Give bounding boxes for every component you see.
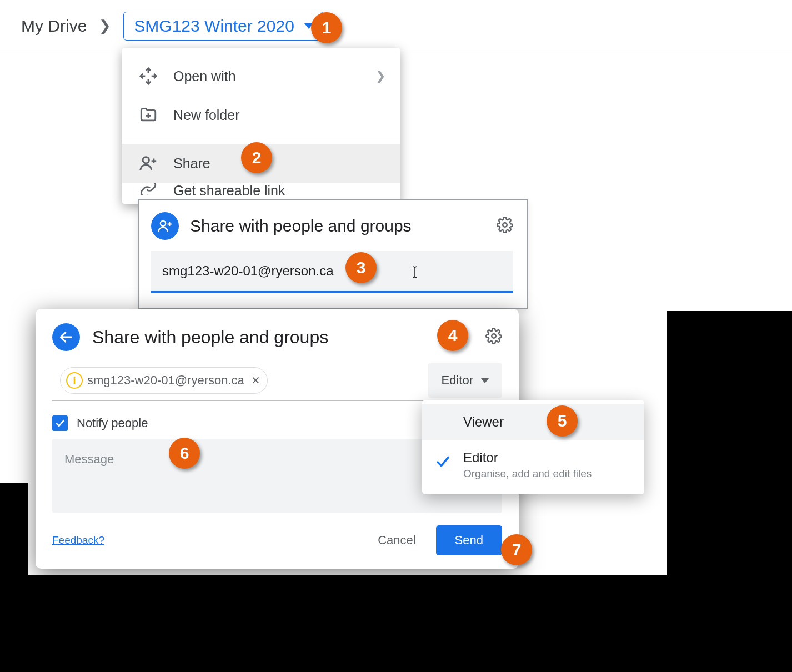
recipient-row: i smg123-w20-01@ryerson.ca ✕ Editor bbox=[52, 363, 502, 401]
check-icon bbox=[434, 453, 451, 473]
page-frame-bottom bbox=[0, 575, 792, 672]
breadcrumb-root[interactable]: My Drive bbox=[21, 17, 87, 36]
new-folder-icon bbox=[139, 106, 158, 124]
svg-point-9 bbox=[161, 221, 166, 226]
link-icon bbox=[139, 183, 158, 195]
breadcrumb-folder-dropdown[interactable]: SMG123 Winter 2020 bbox=[123, 12, 323, 41]
menu-get-link-label: Get shareable link bbox=[173, 183, 285, 195]
chevron-right-icon: ❯ bbox=[375, 69, 385, 83]
role-select-button[interactable]: Editor bbox=[428, 363, 502, 398]
role-select-label: Editor bbox=[442, 373, 473, 388]
menu-new-folder[interactable]: New folder bbox=[122, 96, 400, 134]
step-badge-7: 7 bbox=[501, 534, 532, 565]
recipient-chip[interactable]: i smg123-w20-01@ryerson.ca ✕ bbox=[60, 367, 268, 394]
breadcrumb-bar: My Drive ❯ SMG123 Winter 2020 bbox=[0, 0, 792, 52]
settings-gear-icon[interactable] bbox=[485, 328, 502, 347]
step-badge-1: 1 bbox=[311, 12, 342, 43]
menu-open-with[interactable]: Open with ❯ bbox=[122, 57, 400, 96]
svg-point-14 bbox=[492, 334, 496, 338]
menu-share-label: Share bbox=[173, 156, 210, 172]
share-dialog-small: Share with people and groups smg123-w20-… bbox=[138, 199, 528, 309]
share-email-input[interactable]: smg123-w20-01@ryerson.ca bbox=[151, 251, 513, 293]
role-option-editor-sub: Organise, add and edit files bbox=[463, 468, 629, 480]
step-badge-5: 5 bbox=[547, 405, 578, 437]
role-dropdown-menu: Viewer Editor Organise, add and edit fil… bbox=[422, 400, 644, 494]
open-with-icon bbox=[139, 67, 158, 86]
settings-gear-icon[interactable] bbox=[497, 217, 513, 235]
share-dialog-title: Share with people and groups bbox=[92, 327, 328, 348]
send-button[interactable]: Send bbox=[436, 525, 502, 555]
role-option-editor[interactable]: Editor Organise, add and edit files bbox=[422, 440, 644, 490]
role-option-viewer[interactable]: Viewer bbox=[422, 404, 644, 440]
menu-open-with-label: Open with bbox=[173, 68, 236, 84]
role-option-editor-label: Editor bbox=[463, 450, 498, 465]
step-badge-2: 2 bbox=[241, 142, 272, 173]
text-cursor-icon bbox=[411, 265, 419, 279]
info-icon: i bbox=[66, 372, 83, 389]
step-badge-6: 6 bbox=[169, 438, 200, 469]
svg-point-12 bbox=[503, 223, 507, 227]
role-option-viewer-label: Viewer bbox=[463, 414, 504, 429]
dialog-footer: Feedback? Cancel Send bbox=[52, 525, 502, 555]
back-arrow-icon[interactable] bbox=[52, 323, 80, 351]
chip-remove-icon[interactable]: ✕ bbox=[251, 374, 260, 387]
breadcrumb-folder-label: SMG123 Winter 2020 bbox=[134, 17, 294, 36]
person-add-icon bbox=[151, 212, 179, 240]
menu-separator bbox=[122, 139, 400, 139]
step-badge-3: 3 bbox=[345, 252, 377, 283]
person-add-icon bbox=[139, 154, 158, 173]
folder-context-menu: Open with ❯ New folder Share Get shar bbox=[122, 48, 400, 204]
cancel-button[interactable]: Cancel bbox=[363, 525, 430, 555]
feedback-link[interactable]: Feedback? bbox=[52, 534, 104, 546]
caret-down-icon bbox=[481, 378, 489, 383]
recipient-chip-email: smg123-w20-01@ryerson.ca bbox=[87, 373, 244, 388]
chevron-right-icon: ❯ bbox=[99, 17, 111, 34]
svg-point-2 bbox=[143, 157, 149, 163]
share-dialog-title: Share with people and groups bbox=[190, 217, 412, 235]
menu-new-folder-label: New folder bbox=[173, 107, 240, 123]
menu-get-link-clipped[interactable]: Get shareable link bbox=[122, 183, 400, 195]
notify-label: Notify people bbox=[77, 416, 148, 430]
notify-checkbox[interactable] bbox=[52, 415, 68, 431]
step-badge-4: 4 bbox=[437, 320, 468, 351]
